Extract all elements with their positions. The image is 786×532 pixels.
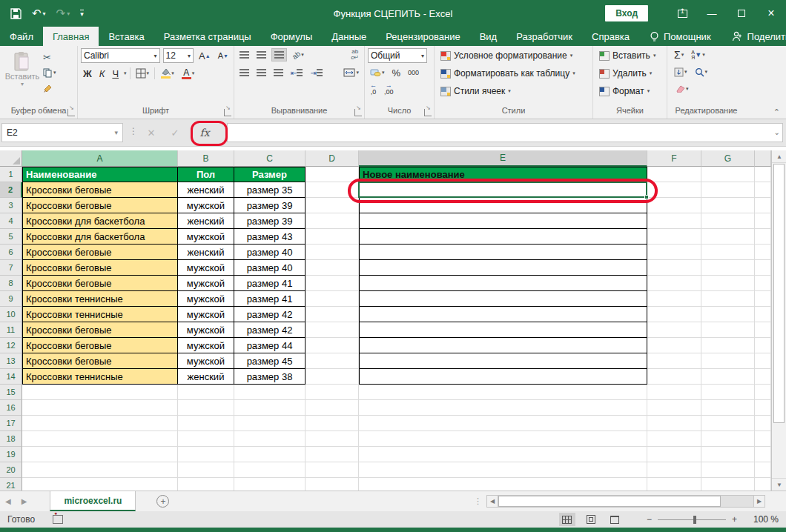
cell-A15[interactable]	[22, 385, 178, 400]
cell-D17[interactable]	[306, 416, 359, 431]
cell-E12[interactable]	[359, 338, 647, 353]
italic-button[interactable]: К	[97, 67, 108, 80]
cell-x11[interactable]	[755, 322, 771, 338]
cell-A13[interactable]: Кроссовки беговые	[22, 353, 178, 369]
align-top-button[interactable]	[237, 48, 251, 61]
cell-B14[interactable]: женский	[178, 369, 234, 385]
find-select-button[interactable]: ▾	[693, 65, 710, 79]
cell-G12[interactable]	[701, 338, 755, 353]
cell-B1[interactable]: Пол	[178, 167, 234, 182]
cell-B15[interactable]	[178, 385, 234, 400]
cell-C15[interactable]	[234, 385, 306, 400]
tab-разметка-страницы[interactable]: Разметка страницы	[154, 27, 261, 46]
autosum-button[interactable]: Σ▾	[672, 48, 686, 61]
collapse-ribbon-button[interactable]: ⌃	[773, 107, 780, 117]
zoom-in-button[interactable]: +	[732, 514, 737, 525]
row-header-16[interactable]: 16	[0, 400, 22, 416]
row-header-3[interactable]: 3	[0, 198, 22, 213]
cell-D10[interactable]	[306, 307, 359, 322]
cell-E4[interactable]	[359, 213, 647, 229]
cell-A17[interactable]	[22, 416, 178, 431]
wrap-text-button[interactable]: abc↵	[349, 48, 361, 61]
scroll-left-arrow[interactable]: ◀	[486, 495, 498, 508]
cell-E5[interactable]	[359, 229, 647, 245]
row-header-21[interactable]: 21	[0, 478, 22, 491]
cell-B2[interactable]: женский	[178, 182, 234, 198]
font-color-button[interactable]: A ▾	[179, 67, 197, 80]
cell-C20[interactable]	[234, 462, 306, 478]
column-header-E[interactable]: E	[359, 150, 647, 167]
formula-input[interactable]	[227, 123, 783, 142]
increase-indent-button[interactable]: ⇥	[308, 66, 324, 79]
cell-B19[interactable]	[178, 447, 234, 462]
cell-A1[interactable]: Наименование	[22, 167, 178, 182]
scroll-down-arrow[interactable]: ▼	[772, 478, 786, 491]
cell-C8[interactable]: размер 41	[234, 276, 306, 291]
column-header-G[interactable]: G	[701, 150, 755, 167]
cell-E10[interactable]	[359, 307, 647, 322]
sign-in-button[interactable]: Вход	[605, 5, 648, 21]
cell-D18[interactable]	[306, 431, 359, 447]
cell-F9[interactable]	[647, 291, 701, 307]
cell-x15[interactable]	[755, 385, 771, 400]
cell-G7[interactable]	[701, 260, 755, 276]
ribbon-display-options-button[interactable]	[667, 0, 697, 27]
cell-G4[interactable]	[701, 213, 755, 229]
cell-E6[interactable]	[359, 245, 647, 260]
cell-G17[interactable]	[701, 416, 755, 431]
row-header-8[interactable]: 8	[0, 276, 22, 291]
cell-E21[interactable]	[359, 478, 647, 491]
cell-G5[interactable]	[701, 229, 755, 245]
row-header-14[interactable]: 14	[0, 369, 22, 385]
row-header-12[interactable]: 12	[0, 338, 22, 353]
cell-B9[interactable]: мужской	[178, 291, 234, 307]
cell-E3[interactable]	[359, 198, 647, 213]
cell-E9[interactable]	[359, 291, 647, 307]
tab-данные[interactable]: Данные	[322, 27, 376, 46]
cell-D5[interactable]	[306, 229, 359, 245]
alignment-dialog-launcher[interactable]	[354, 109, 362, 116]
styles-item-0[interactable]: Условное форматирование▾	[440, 48, 590, 63]
insert-function-button[interactable]: fx	[194, 123, 215, 142]
cell-A3[interactable]: Кроссовки беговые	[22, 198, 178, 213]
sheet-tab-active[interactable]: microexcel.ru	[50, 491, 136, 511]
cell-C14[interactable]: размер 38	[234, 369, 306, 385]
cell-D21[interactable]	[306, 478, 359, 491]
cell-G10[interactable]	[701, 307, 755, 322]
macro-record-icon[interactable]	[53, 515, 63, 524]
cell-D4[interactable]	[306, 213, 359, 229]
fill-color-button[interactable]: ▾	[158, 67, 176, 80]
cell-E11[interactable]	[359, 322, 647, 338]
cell-x3[interactable]	[755, 198, 771, 213]
align-left-button[interactable]	[237, 66, 251, 79]
tab-вставка[interactable]: Вставка	[99, 27, 153, 46]
close-button[interactable]: ×	[756, 0, 786, 27]
cell-C10[interactable]: размер 42	[234, 307, 306, 322]
cell-G3[interactable]	[701, 198, 755, 213]
cell-B13[interactable]: мужской	[178, 353, 234, 369]
cell-B4[interactable]: женский	[178, 213, 234, 229]
cell-C9[interactable]: размер 41	[234, 291, 306, 307]
align-bottom-button[interactable]	[271, 48, 287, 61]
cell-G21[interactable]	[701, 478, 755, 491]
accounting-format-button[interactable]: ▾	[368, 66, 387, 79]
save-icon[interactable]	[10, 8, 22, 19]
cell-C5[interactable]: размер 43	[234, 229, 306, 245]
font-name-combo[interactable]: Calibri▾	[81, 48, 160, 63]
align-middle-button[interactable]	[254, 48, 268, 61]
cell-A19[interactable]	[22, 447, 178, 462]
cell-F15[interactable]	[647, 385, 701, 400]
increase-font-button[interactable]: A▲	[196, 49, 213, 62]
horizontal-scrollbar[interactable]: ◀ ▶	[486, 495, 765, 508]
cells-item-2[interactable]: Формат▾	[599, 84, 664, 99]
cell-B6[interactable]: женский	[178, 245, 234, 260]
tab-вид[interactable]: Вид	[470, 27, 507, 46]
cell-x12[interactable]	[755, 338, 771, 353]
cell-C18[interactable]	[234, 431, 306, 447]
number-dialog-launcher[interactable]	[424, 109, 432, 116]
select-all-corner[interactable]	[0, 150, 22, 167]
row-header-6[interactable]: 6	[0, 245, 22, 260]
cell-G14[interactable]	[701, 369, 755, 385]
cell-D3[interactable]	[306, 198, 359, 213]
font-dialog-launcher[interactable]	[224, 109, 231, 116]
